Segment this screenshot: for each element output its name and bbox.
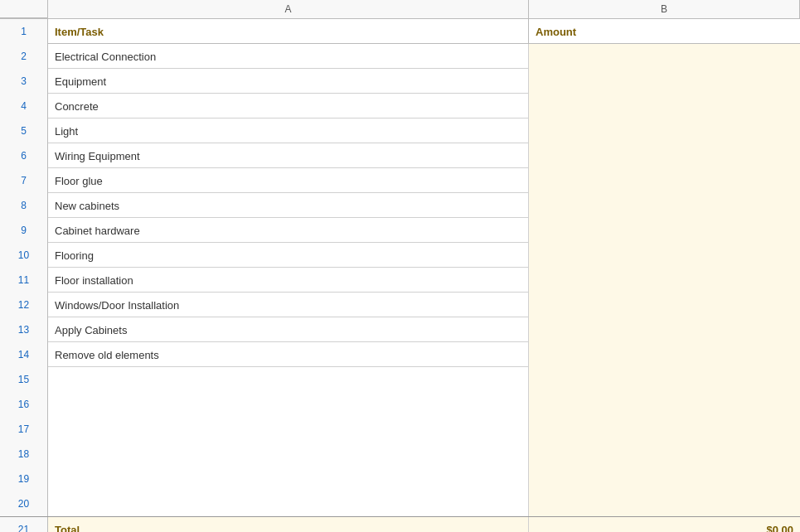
row-num-16: 16	[0, 392, 48, 417]
table-row: 17	[0, 417, 800, 442]
table-row: 5Light	[0, 118, 800, 143]
cell-amount-11[interactable]	[529, 268, 800, 293]
row-num-8: 8	[0, 193, 48, 218]
table-row: 15	[0, 367, 800, 392]
cell-item-9[interactable]: Cabinet hardware	[48, 218, 529, 243]
cell-item-11[interactable]: Floor installation	[48, 268, 529, 293]
cell-item-18[interactable]	[48, 442, 529, 467]
cell-amount-2[interactable]	[529, 44, 800, 69]
cell-item-3[interactable]: Equipment	[48, 69, 529, 94]
row-num-12: 12	[0, 293, 48, 317]
cell-item-12[interactable]: Windows/Door Installation	[48, 293, 529, 317]
col-a-header[interactable]: A	[48, 0, 529, 18]
row-num-14: 14	[0, 342, 48, 367]
row-num-15: 15	[0, 367, 48, 392]
cell-amount-6[interactable]	[529, 143, 800, 168]
table-row: 10Flooring	[0, 243, 800, 268]
cell-item-2[interactable]: Electrical Connection	[48, 44, 529, 69]
row-num-17: 17	[0, 417, 48, 442]
cell-item-8[interactable]: New cabinets	[48, 193, 529, 218]
table-row: 3Equipment	[0, 69, 800, 94]
table-row: 20	[0, 491, 800, 516]
cell-amount-15[interactable]	[529, 367, 800, 392]
cell-amount-3[interactable]	[529, 69, 800, 94]
table-row: 9Cabinet hardware	[0, 218, 800, 243]
table-row: 12Windows/Door Installation	[0, 293, 800, 317]
cell-amount-5[interactable]	[529, 118, 800, 143]
row-num-7: 7	[0, 168, 48, 193]
total-label[interactable]: Total	[48, 517, 529, 532]
cell-amount-13[interactable]	[529, 317, 800, 342]
cell-item-16[interactable]	[48, 392, 529, 417]
cell-amount-10[interactable]	[529, 243, 800, 268]
table-row: 18	[0, 442, 800, 467]
table-row: 6Wiring Equipment	[0, 143, 800, 168]
cell-item-15[interactable]	[48, 367, 529, 392]
total-row: 21 Total $0.00	[0, 516, 800, 532]
table-row: 4Concrete	[0, 94, 800, 118]
row-num-10: 10	[0, 243, 48, 268]
cell-amount-16[interactable]	[529, 392, 800, 417]
row-num-9: 9	[0, 218, 48, 243]
cell-amount-7[interactable]	[529, 168, 800, 193]
row-num-18: 18	[0, 442, 48, 467]
cell-item-20[interactable]	[48, 491, 529, 516]
header-row: 1 Item/Task Amount	[0, 19, 800, 44]
cell-item-17[interactable]	[48, 417, 529, 442]
col-b-header[interactable]: B	[529, 0, 800, 18]
cell-item-13[interactable]: Apply Cabinets	[48, 317, 529, 342]
header-amount[interactable]: Amount	[529, 19, 800, 44]
spreadsheet: A B 1 Item/Task Amount 2Electrical Conne…	[0, 0, 800, 532]
row-num-3: 3	[0, 69, 48, 94]
column-headers: A B	[0, 0, 800, 19]
table-row: 2Electrical Connection	[0, 44, 800, 69]
row-num-6: 6	[0, 143, 48, 168]
cell-amount-19[interactable]	[529, 467, 800, 491]
cell-amount-4[interactable]	[529, 94, 800, 118]
cell-amount-12[interactable]	[529, 293, 800, 317]
row-num-11: 11	[0, 268, 48, 293]
cell-item-7[interactable]: Floor glue	[48, 168, 529, 193]
cell-amount-14[interactable]	[529, 342, 800, 367]
row-num-20: 20	[0, 491, 48, 516]
row-num-13: 13	[0, 317, 48, 342]
cell-item-10[interactable]: Flooring	[48, 243, 529, 268]
corner-header	[0, 0, 48, 18]
row-num-19: 19	[0, 467, 48, 491]
cell-amount-18[interactable]	[529, 442, 800, 467]
cell-amount-20[interactable]	[529, 491, 800, 516]
table-row: 8New cabinets	[0, 193, 800, 218]
total-amount: $0.00	[529, 517, 800, 532]
row-num-4: 4	[0, 94, 48, 118]
table-row: 16	[0, 392, 800, 417]
row-num-2: 2	[0, 44, 48, 69]
table-row: 7Floor glue	[0, 168, 800, 193]
table-row: 11Floor installation	[0, 268, 800, 293]
table-row: 13Apply Cabinets	[0, 317, 800, 342]
cell-amount-17[interactable]	[529, 417, 800, 442]
cell-item-14[interactable]: Remove old elements	[48, 342, 529, 367]
header-item-task[interactable]: Item/Task	[48, 19, 529, 44]
row-num-1: 1	[0, 19, 48, 44]
cell-item-6[interactable]: Wiring Equipment	[48, 143, 529, 168]
row-num-total: 21	[0, 517, 48, 532]
table-row: 19	[0, 467, 800, 491]
cell-item-19[interactable]	[48, 467, 529, 491]
cell-amount-8[interactable]	[529, 193, 800, 218]
cell-item-4[interactable]: Concrete	[48, 94, 529, 118]
table-row: 14Remove old elements	[0, 342, 800, 367]
data-rows: 2Electrical Connection3Equipment4Concret…	[0, 44, 800, 516]
row-num-5: 5	[0, 118, 48, 143]
cell-amount-9[interactable]	[529, 218, 800, 243]
cell-item-5[interactable]: Light	[48, 118, 529, 143]
